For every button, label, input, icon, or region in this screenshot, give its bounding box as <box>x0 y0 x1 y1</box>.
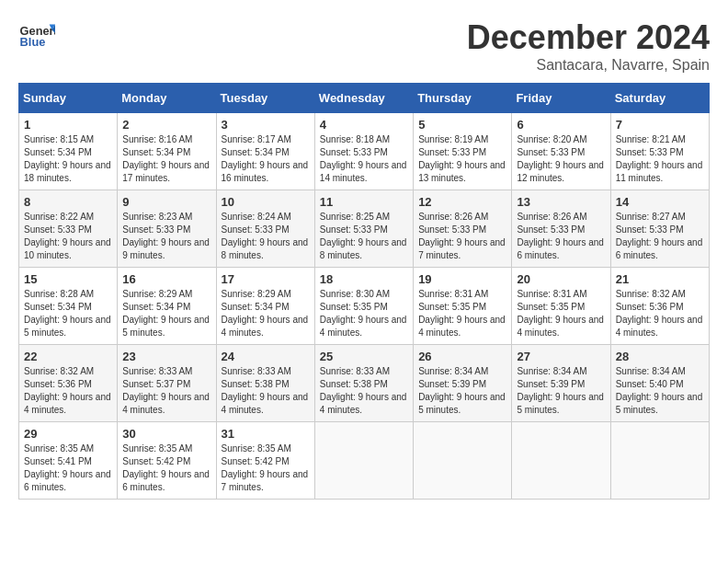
month-title: December 2024 <box>467 18 710 57</box>
calendar-day-25: 25Sunrise: 8:33 AMSunset: 5:38 PMDayligh… <box>314 345 413 422</box>
location: Santacara, Navarre, Spain <box>467 57 710 74</box>
calendar-day-24: 24Sunrise: 8:33 AMSunset: 5:38 PMDayligh… <box>216 345 314 422</box>
calendar-week-4: 22Sunrise: 8:32 AMSunset: 5:36 PMDayligh… <box>19 345 710 422</box>
calendar-day-27: 27Sunrise: 8:34 AMSunset: 5:39 PMDayligh… <box>512 345 610 422</box>
calendar-day-20: 20Sunrise: 8:31 AMSunset: 5:35 PMDayligh… <box>512 268 610 345</box>
calendar-table: SundayMondayTuesdayWednesdayThursdayFrid… <box>18 83 710 500</box>
calendar-week-5: 29Sunrise: 8:35 AMSunset: 5:41 PMDayligh… <box>19 422 710 500</box>
calendar-day-7: 7Sunrise: 8:21 AMSunset: 5:33 PMDaylight… <box>610 113 709 190</box>
calendar-day-16: 16Sunrise: 8:29 AMSunset: 5:34 PMDayligh… <box>118 268 216 345</box>
calendar-day-14: 14Sunrise: 8:27 AMSunset: 5:33 PMDayligh… <box>610 190 709 268</box>
calendar-day-13: 13Sunrise: 8:26 AMSunset: 5:33 PMDayligh… <box>512 190 610 268</box>
logo-icon: General Blue <box>18 18 55 55</box>
calendar-day-22: 22Sunrise: 8:32 AMSunset: 5:36 PMDayligh… <box>19 345 118 422</box>
calendar-day-30: 30Sunrise: 8:35 AMSunset: 5:42 PMDayligh… <box>118 422 216 500</box>
calendar-day-9: 9Sunrise: 8:23 AMSunset: 5:33 PMDaylight… <box>118 190 216 268</box>
calendar-day-18: 18Sunrise: 8:30 AMSunset: 5:35 PMDayligh… <box>314 268 413 345</box>
calendar-day-empty <box>414 422 512 500</box>
calendar-day-29: 29Sunrise: 8:35 AMSunset: 5:41 PMDayligh… <box>19 422 118 500</box>
page-header: General Blue December 2024 Santacara, Na… <box>18 18 710 74</box>
title-block: December 2024 Santacara, Navarre, Spain <box>467 18 710 74</box>
svg-text:Blue: Blue <box>20 35 46 49</box>
calendar-day-10: 10Sunrise: 8:24 AMSunset: 5:33 PMDayligh… <box>216 190 314 268</box>
calendar-day-19: 19Sunrise: 8:31 AMSunset: 5:35 PMDayligh… <box>414 268 512 345</box>
calendar-day-28: 28Sunrise: 8:34 AMSunset: 5:40 PMDayligh… <box>610 345 709 422</box>
calendar-week-3: 15Sunrise: 8:28 AMSunset: 5:34 PMDayligh… <box>19 268 710 345</box>
weekday-header-tuesday: Tuesday <box>216 84 314 113</box>
weekday-header-thursday: Thursday <box>414 84 512 113</box>
calendar-day-4: 4Sunrise: 8:18 AMSunset: 5:33 PMDaylight… <box>314 113 413 190</box>
weekday-header-monday: Monday <box>118 84 216 113</box>
calendar-day-6: 6Sunrise: 8:20 AMSunset: 5:33 PMDaylight… <box>512 113 610 190</box>
calendar-day-2: 2Sunrise: 8:16 AMSunset: 5:34 PMDaylight… <box>118 113 216 190</box>
calendar-day-empty <box>314 422 413 500</box>
calendar-day-5: 5Sunrise: 8:19 AMSunset: 5:33 PMDaylight… <box>414 113 512 190</box>
logo: General Blue <box>18 18 55 55</box>
calendar-day-21: 21Sunrise: 8:32 AMSunset: 5:36 PMDayligh… <box>610 268 709 345</box>
calendar-day-8: 8Sunrise: 8:22 AMSunset: 5:33 PMDaylight… <box>19 190 118 268</box>
calendar-day-12: 12Sunrise: 8:26 AMSunset: 5:33 PMDayligh… <box>414 190 512 268</box>
calendar-day-17: 17Sunrise: 8:29 AMSunset: 5:34 PMDayligh… <box>216 268 314 345</box>
weekday-header-wednesday: Wednesday <box>314 84 413 113</box>
calendar-week-1: 1Sunrise: 8:15 AMSunset: 5:34 PMDaylight… <box>19 113 710 190</box>
calendar-week-2: 8Sunrise: 8:22 AMSunset: 5:33 PMDaylight… <box>19 190 710 268</box>
calendar-day-23: 23Sunrise: 8:33 AMSunset: 5:37 PMDayligh… <box>118 345 216 422</box>
weekday-header-row: SundayMondayTuesdayWednesdayThursdayFrid… <box>19 84 710 113</box>
weekday-header-friday: Friday <box>512 84 610 113</box>
calendar-day-empty <box>512 422 610 500</box>
weekday-header-saturday: Saturday <box>610 84 709 113</box>
calendar-day-3: 3Sunrise: 8:17 AMSunset: 5:34 PMDaylight… <box>216 113 314 190</box>
calendar-day-11: 11Sunrise: 8:25 AMSunset: 5:33 PMDayligh… <box>314 190 413 268</box>
calendar-day-15: 15Sunrise: 8:28 AMSunset: 5:34 PMDayligh… <box>19 268 118 345</box>
weekday-header-sunday: Sunday <box>19 84 118 113</box>
calendar-day-26: 26Sunrise: 8:34 AMSunset: 5:39 PMDayligh… <box>414 345 512 422</box>
calendar-day-1: 1Sunrise: 8:15 AMSunset: 5:34 PMDaylight… <box>19 113 118 190</box>
calendar-day-31: 31Sunrise: 8:35 AMSunset: 5:42 PMDayligh… <box>216 422 314 500</box>
calendar-day-empty <box>610 422 709 500</box>
